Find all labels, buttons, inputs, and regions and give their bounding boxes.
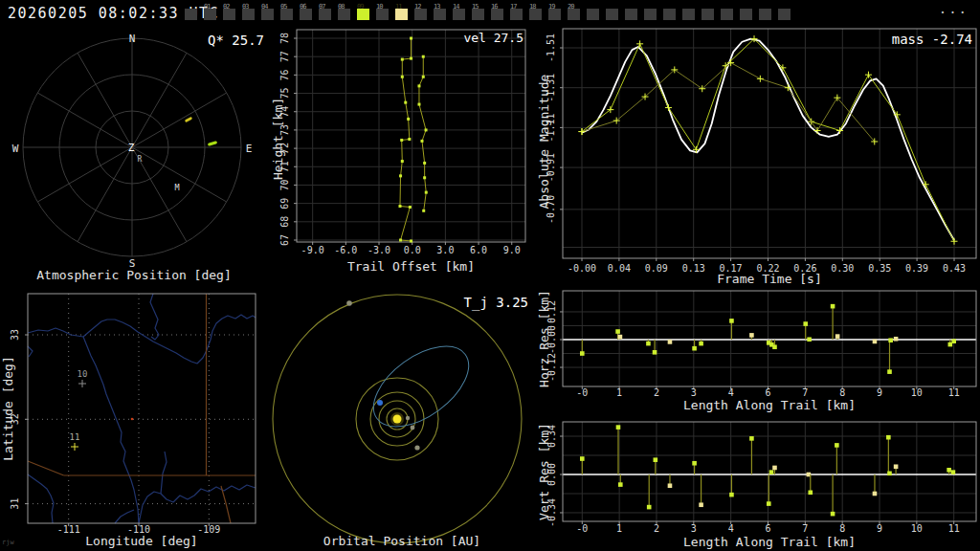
indicator-box-11[interactable]: 11 [395, 9, 408, 20]
orbital-plot [268, 287, 536, 551]
svg-text:N: N [129, 33, 136, 45]
indicator-box-05[interactable]: 05 [280, 9, 293, 20]
indicator-box-07[interactable]: 07 [319, 9, 331, 20]
indicator-box-13[interactable]: 13 [434, 9, 446, 20]
sun-marker [390, 412, 404, 426]
site-markers: 1011 [70, 369, 88, 451]
svg-text:-1.51: -1.51 [546, 33, 556, 62]
svg-text:3: 3 [691, 523, 697, 534]
panel-trail-offset: -9.0-6.0-3.00.03.06.09.06768697071727374… [268, 27, 531, 287]
indicator-box-04[interactable]: 04 [261, 9, 274, 20]
svg-text:-0: -0 [576, 387, 588, 398]
ground-map-plot: 1011-111-110-109333231 [0, 287, 268, 551]
state-borders [28, 294, 256, 523]
magnitude-plot: -0.000.040.090.130.170.220.260.300.350.3… [536, 27, 980, 287]
tisserand-readout: T_j 3.25 [464, 295, 528, 310]
indicator-box-label: 10 [376, 3, 382, 11]
svg-text:7: 7 [802, 523, 808, 534]
indicator-box-10[interactable]: 10 [376, 9, 389, 20]
panel-absolute-magnitude: -0.000.040.090.130.170.220.260.300.350.3… [536, 27, 980, 287]
stem-ticks: -01234678910110.12-0.00-0.12 [546, 300, 960, 398]
trail-offset-plot: -9.0-6.0-3.00.03.06.09.06768697071727374… [268, 27, 531, 287]
panel-ground-map: 1011-111-110-109333231 Longitude [deg] L… [0, 287, 268, 551]
indicator-box-08[interactable]: 08 [338, 9, 350, 20]
atmospheric-polar-plot: NSWEZRM [0, 27, 268, 287]
horz-xaxis-title: Length Along Trail [km] [563, 398, 976, 412]
indicator-box-17[interactable]: 17 [510, 9, 523, 20]
indicator-box-02[interactable]: 02 [223, 9, 235, 20]
indicator-box-label: 05 [280, 3, 286, 11]
indicator-box-blank-23[interactable] [625, 9, 637, 20]
indicator-box-blank-22[interactable] [606, 9, 618, 20]
indicator-box-blank-30[interactable] [759, 9, 771, 20]
svg-text:67: 67 [279, 234, 290, 246]
indicator-box-15[interactable]: 15 [472, 9, 484, 20]
svg-text:-6.0: -6.0 [334, 245, 357, 255]
svg-text:7: 7 [802, 387, 808, 398]
comet-marker [377, 400, 383, 406]
indicator-box-blank-21[interactable] [587, 9, 599, 20]
indicator-box-blank-26[interactable] [682, 9, 695, 20]
panel-atmospheric-position: NSWEZRM Q* 25.7 Atmospheric Position [de… [0, 27, 268, 287]
series-trail-right [417, 55, 427, 212]
trail-yaxis-title: Height [km] [271, 62, 285, 215]
indicator-box-label: 17 [510, 3, 516, 11]
svg-text:6.0: 6.0 [470, 245, 487, 255]
trail-grid [297, 30, 525, 242]
svg-text:2: 2 [654, 523, 659, 534]
svg-text:E: E [246, 143, 253, 155]
indicator-box-blank-31[interactable] [778, 9, 791, 20]
indicator-box-20[interactable]: 20 [568, 9, 580, 20]
indicator-box-blank-24[interactable] [644, 9, 657, 20]
stem-ticks: -01234678910110.340.00-0.34 [546, 425, 960, 534]
indicator-box-label: 18 [529, 3, 535, 11]
svg-text:3.0: 3.0 [436, 245, 454, 255]
stem-grid [563, 291, 976, 386]
magnitude-xaxis-title: Frame Time [s] [563, 272, 976, 286]
indicator-box-18[interactable]: 18 [529, 9, 542, 20]
svg-text:10: 10 [911, 523, 923, 534]
vert-yaxis-title: Vert Res [km] [537, 395, 551, 548]
indicator-box-14[interactable]: 14 [453, 9, 465, 20]
indicator-box-label: 04 [261, 3, 267, 11]
watermark: rjw [2, 539, 14, 546]
indicator-box-label: 08 [338, 3, 344, 11]
svg-text:10: 10 [911, 387, 923, 398]
indicator-box-06[interactable]: 06 [300, 9, 312, 20]
vert-xaxis-title: Length Along Trail [km] [563, 535, 976, 549]
indicator-box-label: 14 [453, 3, 458, 11]
measured-series [579, 59, 879, 144]
trail-frame [297, 30, 525, 242]
map-yaxis-title: Latitude [deg] [1, 332, 15, 485]
indicator-box-12[interactable]: 12 [414, 9, 427, 20]
svg-text:1: 1 [616, 387, 622, 398]
horz-yaxis-title: Horz Res [km] [537, 262, 551, 415]
svg-text:Z: Z [128, 142, 135, 154]
indicator-box-01[interactable]: 01 [204, 9, 216, 20]
panel-vert-res: -01234678910110.340.00-0.34 Length Along… [536, 417, 980, 551]
indicator-box-09[interactable]: 09 [357, 9, 369, 20]
magnitude-yaxis-title: Absolute Magnitude [537, 65, 551, 218]
svg-text:11: 11 [948, 387, 960, 398]
svg-text:W: W [12, 143, 19, 155]
indicator-box-blank-25[interactable] [663, 9, 676, 20]
indicator-box-blank-29[interactable] [740, 9, 752, 20]
indicator-box-blank-27[interactable] [702, 9, 714, 20]
velocity-readout: vel 27.5 [463, 31, 523, 45]
overflow-menu-icon[interactable]: ... [939, 1, 969, 16]
svg-text:78: 78 [279, 33, 290, 44]
panel-orbital-position: T_j 3.25 Orbital Position [AU] [268, 287, 536, 551]
indicator-box-16[interactable]: 16 [491, 9, 503, 20]
indicator-box-label: 07 [319, 3, 324, 11]
svg-text:11: 11 [948, 523, 960, 534]
svg-text:6: 6 [765, 523, 770, 534]
indicator-box-19[interactable]: 19 [548, 9, 561, 20]
planet-dots [346, 300, 419, 450]
indicator-box-blank-28[interactable] [721, 9, 733, 20]
svg-text:-3.0: -3.0 [368, 245, 390, 255]
indicator-box-label: 16 [491, 3, 497, 11]
indicator-box-blank-0[interactable] [185, 9, 197, 20]
indicator-box-03[interactable]: 03 [242, 9, 255, 20]
meteor-streaks [185, 117, 217, 146]
svg-text:2: 2 [654, 387, 659, 398]
